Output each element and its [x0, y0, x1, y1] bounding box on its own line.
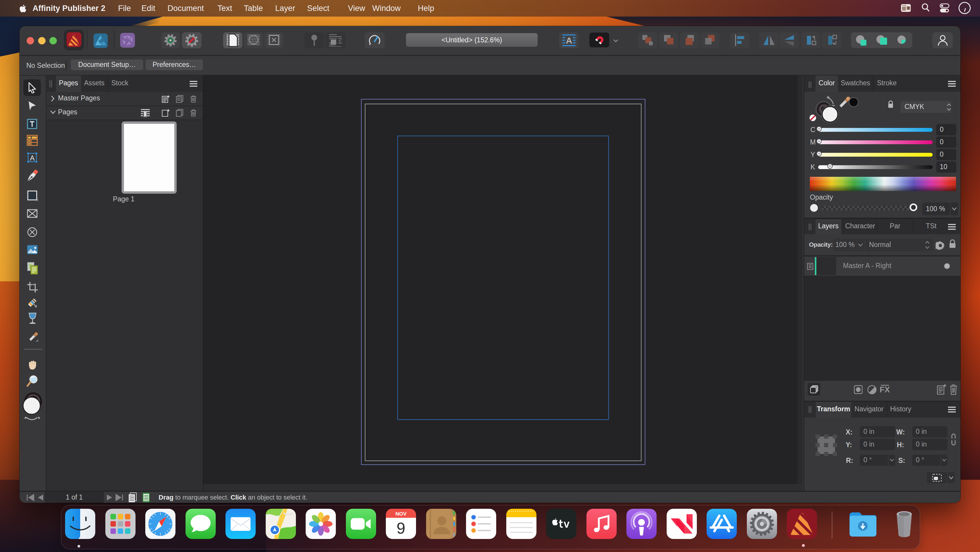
svg-text:NOV: NOV — [395, 511, 407, 517]
svg-text:FX: FX — [880, 385, 890, 394]
svg-text:A: A — [30, 154, 35, 162]
svg-text:9: 9 — [396, 519, 406, 537]
svg-text:A: A — [566, 35, 572, 45]
